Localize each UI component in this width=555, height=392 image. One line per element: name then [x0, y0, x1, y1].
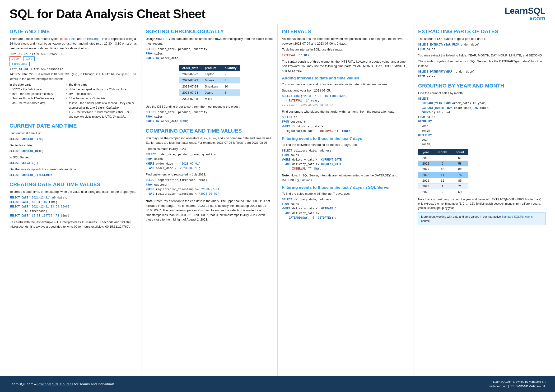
adding-p1: You may use + or − to add or subtract an… [282, 82, 409, 87]
stats-col-count: count [452, 149, 468, 155]
current-dt-p3: In SQL Server: [9, 155, 137, 160]
list-item: YYYY – the 4-digit year. [9, 87, 61, 92]
page-title: SQL for Data Analysis Cheat Sheet [9, 7, 205, 21]
page: SQL for Data Analysis Cheat Sheet LearnS… [0, 0, 555, 392]
table-row: 20221062 [418, 166, 468, 172]
list-item: ±TZ – the timezone. It must start with e… [66, 110, 137, 119]
table-row: 2023-07-24Jeans3 [179, 89, 240, 96]
section-comparing-title: COMPARING DATE AND TIME VALUES [146, 128, 273, 134]
code-order-asc: SELECT order_date, product, quantity FRO… [146, 47, 273, 61]
section-grouping-title: GROUPING BY YEAR AND MONTH [418, 83, 546, 89]
comparing-p2: Find sales made in July 2023: [146, 147, 273, 151]
grouping-p1: Find the count of sales by month: [418, 91, 546, 96]
comparing-p3: Find customers who registered in July 20… [146, 172, 273, 177]
stats-col-year: year [418, 149, 433, 155]
section-extracting-title: EXTRACTING PARTS OF DATES [418, 29, 546, 35]
intervals-p2: To define an interval in SQL, use this s… [282, 47, 409, 52]
stats-col-month: month [433, 149, 452, 155]
code-last7days: SELECT delivery_date, address FROM sales… [282, 149, 409, 171]
sorting-table: order_date product quantity 2023-07-22La… [179, 65, 240, 102]
table-row: 2023-07-24Sneakers10 [179, 83, 240, 89]
date-time-desc: 14:39:53.662522-05 is almost 2:40 p.m. C… [9, 72, 137, 81]
code-cast-date: SELECT CAST('2021-12-31' AS date); SELEC… [9, 196, 137, 218]
column-1: DATE AND TIME There are 3 main time-rela… [9, 24, 141, 376]
note-box: More about working with date and time va… [418, 213, 546, 225]
code-extract: SELECT EXTRACT(YEAR FROM order_date) FRO… [418, 43, 546, 52]
section-date-time-intro: There are 3 main time-related types: dat… [9, 36, 137, 50]
adding-p3: Find customers who placed the first orde… [282, 109, 409, 114]
section-intervals-title: INTERVALS [282, 29, 409, 35]
table-row: 20221285 [418, 178, 468, 184]
subsection-filtering-sqlserver-title: Filtering events to those in the last 7 … [282, 185, 409, 190]
table-row: 2022851 [418, 155, 468, 161]
footer-right-line2: vertabelo.com | CC BY-NC-ND Vertabelo SA [489, 384, 546, 389]
sorting-p1: Using ORDER BY on date and time columns … [146, 36, 273, 46]
sorting-p2: Use the DESCending order to sort from th… [146, 104, 273, 109]
section-current-dt-title: CURRENT DATE AND TIME [9, 123, 137, 129]
code-interval-syntax: INTERVAL '1' DAY [282, 53, 409, 58]
date-part-header: In the date part: [9, 83, 61, 86]
stats-table: year month count 2022851 2022958 2022106… [418, 149, 468, 195]
creating-p2: Be careful with the last example – it is… [9, 220, 137, 229]
grouping-note: Note that you must group by both the yea… [418, 197, 546, 210]
col-product: product [201, 65, 221, 71]
sorting-table-wrapper: order_date product quantity 2023-07-22La… [146, 62, 273, 104]
datetime-diagram: 2021-12-31 14:39:53.662522-05 date time … [9, 52, 137, 71]
code-current-time: SELECT CURRENT_TIME; [9, 137, 137, 142]
footer-right: LearnSQL.com is owned by Vertabelo SA ve… [489, 380, 546, 389]
adding-p2: Subtract one year from 2023-07-05: [282, 88, 409, 93]
filtering-sqlserver-p1: To find the sales made within the last 7… [282, 191, 409, 196]
code-last7days-sqlserver: SELECT delivery_date, address FROM sales… [282, 198, 409, 220]
list-item: ssssss – the smaller parts of a second –… [66, 101, 137, 110]
current-dt-p2: Get today's date: [9, 143, 137, 148]
footer-right-line1: LearnSQL.com is owned by Vertabelo SA [489, 380, 546, 384]
code-first-order: SELECT id FROM customers WHERE first_ord… [282, 115, 409, 134]
logo: LearnSQL ●com [505, 7, 546, 21]
list-item: dd – the zero-padded day. [9, 101, 61, 106]
date-parts-list: YYYY – the 4-digit year. mm – the zero-p… [9, 87, 61, 106]
footer-courses-link[interactable]: Practical SQL Courses [37, 382, 73, 386]
footer-left: LearnSQL.com – Practical SQL Courses for… [9, 382, 115, 386]
note-intervals: Note: Note: In SQL Server, intervals are… [282, 173, 409, 182]
extracting-p3: The standard syntax does not work in SQL… [418, 59, 546, 68]
section-creating-title: CREATING DATE AND TIME VALUES [9, 181, 137, 188]
intervals-p1: An interval measures the difference betw… [282, 36, 409, 46]
header: SQL for Data Analysis Cheat Sheet LearnS… [0, 0, 555, 24]
time-part-header: In the time part: [66, 83, 137, 86]
code-getdate: SELECT GETDATE(); [9, 161, 137, 165]
extracting-p1: The standard SQL syntax to get a part of… [418, 36, 546, 41]
time-parts-list: HH – the zero-padded hour in a 24-hour c… [66, 87, 137, 119]
extracting-p2: You may extract the following fields: YE… [418, 53, 546, 58]
code-july-customers: SELECT registration_timestamp, email FRO… [146, 178, 273, 196]
table-row: 2023-07-23Mouse3 [179, 77, 240, 83]
code-order-desc: SELECT order_date, product, quantity FRO… [146, 110, 273, 124]
code-current-date: SELECT CURRENT_DATE; [9, 149, 137, 154]
col-quantity: quantity [221, 65, 240, 71]
filtering-p1: To find the deliveries scheduled for the… [282, 143, 409, 147]
table-row: 2023171 [418, 184, 468, 189]
comparing-p1: You may use the comparison operators <, … [146, 136, 273, 145]
content-area: DATE AND TIME There are 3 main time-rela… [0, 24, 555, 376]
creating-p1: To create a date, time, or timestamp, wr… [9, 189, 137, 194]
list-item: MM – the minutes. [66, 92, 137, 96]
table-row: 2023-07-25Mixer2 [179, 96, 240, 102]
column-3: INTERVALS An interval measures the diffe… [278, 24, 414, 376]
logo-dotcom: ●com [529, 15, 546, 21]
note-label: Note: Note: Pay attention to the end dat… [146, 199, 273, 222]
table-row: 2023-07-22Laptop2 [179, 71, 240, 77]
code-subtract-year: SELECT CAST('2023-07-05' AS TIMESTAMP) -… [282, 94, 409, 108]
code-july-sales: SELECT order_date, product_name, quantit… [146, 152, 273, 171]
list-item: mm – the zero-padded month (01—January t… [9, 92, 61, 101]
subsection-adding-title: Adding intervals to date and time values [282, 76, 409, 81]
intervals-p3: The syntax consists of three elements: t… [282, 59, 409, 73]
table-row: 2023269 [418, 189, 468, 195]
course-link[interactable]: Standard SQL Functions [502, 215, 533, 218]
date-time-parts: In the date part: YYYY – the 4-digit yea… [9, 83, 137, 119]
code-datepart: SELECT DATEPART(YEAR, order_date) FROM s… [418, 70, 546, 79]
code-current-timestamp: SELECT CURRENT_TIMESTAMP; [9, 173, 137, 178]
table-row: 2022958 [418, 161, 468, 166]
subsection-filtering-title: Filtering events to those in the last 7 … [282, 136, 409, 141]
current-dt-p1: Find out what time it is: [9, 131, 137, 136]
footer: LearnSQL.com – Practical SQL Courses for… [0, 376, 555, 392]
list-item: SS – the seconds. Omissible. [66, 96, 137, 101]
